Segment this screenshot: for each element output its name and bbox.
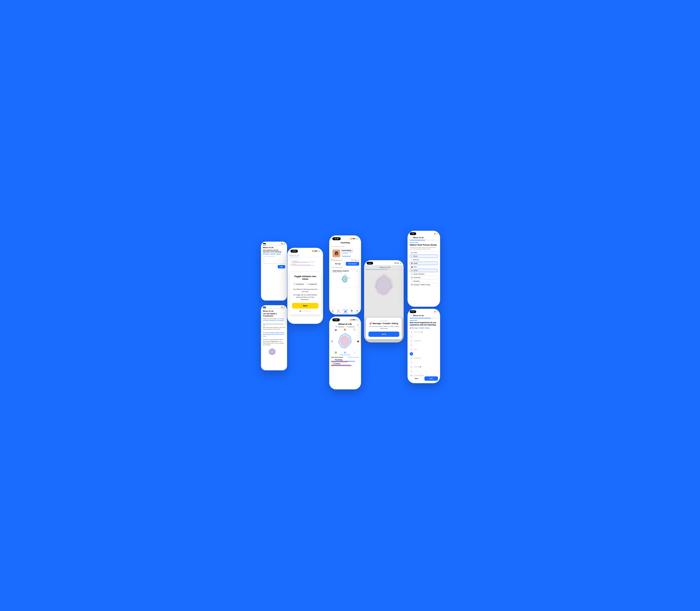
- phone6-radar: [366, 271, 402, 299]
- rp2-num-2[interactable]: 2 SOMEWHAT: [410, 339, 438, 343]
- nav-home[interactable]: 🏠Home: [331, 310, 334, 314]
- rp2-num-5[interactable]: 5: [410, 352, 438, 356]
- phone5-emojis-bottom: ✅🌐🧷: [331, 352, 359, 354]
- assessment-date: Last taken: 3/12/21: [332, 272, 349, 273]
- phone1-link[interactable]: Marriage / Cohabit / Dating: [263, 253, 285, 255]
- rp1-area-community[interactable]: 🌐Community: [410, 276, 438, 279]
- rp2-notch: 9:41: [410, 310, 416, 313]
- rp1-focus-tag: Focus Areas: [410, 242, 438, 243]
- rp2-subtitle: 💕 Marriage / Cohabit / Dating: [410, 327, 438, 329]
- rp1-area-money[interactable]: 💰Money: [410, 269, 438, 272]
- phone6-blurred-bg: ← Wheel of Life: [364, 265, 404, 318]
- phone2-status-icons: 📶 🔋: [281, 307, 285, 308]
- rp1-nav-title: Wheel of Life: [413, 237, 424, 239]
- phone3-desc2: The toggle lets you switch between seein…: [292, 294, 318, 301]
- legend-red: [306, 284, 309, 284]
- coach-info-icon[interactable]: ⓘ: [352, 250, 353, 251]
- rp2-num-6[interactable]: 6 MODERATE: [410, 356, 438, 360]
- phone3-bg-content: Wheel of Life Your Focus Areas 🧷 Parenti…: [287, 253, 323, 267]
- phone1-checkbox-2[interactable]: [263, 260, 265, 262]
- nav-community[interactable]: 👥Community: [343, 310, 348, 314]
- rp2-num-3[interactable]: 3: [410, 343, 438, 347]
- phone4-btn-row: Message Join session: [331, 262, 359, 266]
- got-it-button[interactable]: Got it: [369, 331, 399, 337]
- dot-4: [306, 311, 307, 312]
- phone1-radio-row-2: [263, 260, 285, 262]
- phone5-retake-button[interactable]: Retake assessment: [331, 354, 359, 356]
- dot-active: [300, 311, 301, 312]
- rp1-select-title: Select Your Focus Areas: [410, 243, 438, 246]
- rp1-select-desc: Choose up to 3 areas that are most impor…: [410, 247, 438, 250]
- rp2-back-arrow[interactable]: ←: [410, 314, 412, 317]
- rp2-num-1[interactable]: 1: [410, 334, 438, 339]
- phone4-join-button[interactable]: Join session: [346, 262, 359, 266]
- assessment-name: ADHD Mastery Snapshot: [332, 270, 349, 272]
- phone3-next-button[interactable]: Next: [292, 303, 318, 309]
- rp2-num-0[interactable]: 0 NOT AT ALL 😊: [410, 330, 438, 334]
- svg-text:Past: Past: [345, 273, 346, 274]
- nav-settings[interactable]: ⚙️Settings: [355, 310, 359, 314]
- rp1-area-selfcare[interactable]: ✓Self-Care: [410, 258, 438, 261]
- coach-name: Coach Noelle ⓘ: [341, 250, 358, 251]
- phone4-radar: Past Future: [332, 273, 358, 286]
- rp1-area-chores[interactable]: ✓Chores: [410, 255, 438, 258]
- phone6-notch: 9:41: [367, 262, 373, 265]
- phone2-body-text2: What areas of your life did you focus on…: [263, 323, 283, 326]
- phone4-assessment-card: ADHD Mastery Snapshot Last taken: 3/12/2…: [331, 269, 359, 288]
- rp2-num-9[interactable]: 9: [410, 369, 438, 373]
- rp2-num-8[interactable]: 8 SEVERE 😡: [410, 365, 438, 369]
- dot-2: [302, 311, 303, 312]
- expand-icon[interactable]: ⛶: [356, 270, 358, 272]
- phone5-focus-item-1: 1. 🧷 Parenting: [331, 359, 359, 362]
- rp1-back-arrow[interactable]: ←: [410, 236, 412, 239]
- phone4-status-icons: 📶 WiFi 🔋: [350, 238, 358, 240]
- rp2-question: How much impairment do you experience wi…: [410, 322, 438, 326]
- phone4-notch: 11:20: [332, 237, 341, 240]
- rp2-nav-row: ← Wheel of Life: [407, 314, 440, 318]
- rp2-num-7[interactable]: 7: [410, 360, 438, 365]
- rp1-area-social[interactable]: 👋Social | Strangers: [410, 272, 438, 275]
- phone1-next-button[interactable]: Next: [278, 265, 285, 268]
- rp1-area-parenting[interactable]: 🧷Parenting: [410, 280, 438, 283]
- phone1-slider[interactable]: [263, 263, 285, 264]
- phone2-impairment: Tended to, weak functioning in these are…: [263, 339, 284, 345]
- rp1-status-icons: 📶 🔋: [434, 233, 438, 235]
- legend-blue: [294, 284, 296, 284]
- nav-coaching[interactable]: 💬Coaching: [336, 310, 340, 314]
- phone5-legend: Importance Impairment: [331, 326, 359, 328]
- phone6-marriage-popup: ASSESSMENT 💕 Marriage / Cohabit / Dating…: [366, 318, 402, 339]
- phone5-close-button[interactable]: ✕: [357, 324, 359, 326]
- phone5-emojis-top: 🚗🎨✏️: [331, 328, 359, 331]
- phone5-change-button[interactable]: Change Focus Areas: [347, 357, 359, 358]
- rp2-nav-title: Wheel of Life: [413, 315, 424, 316]
- svg-marker-2: [269, 348, 275, 355]
- phone3-status-icons: 📶 WiFi 🔋: [312, 250, 320, 252]
- dot-3: [304, 311, 305, 312]
- rp2-status-bar: 9:41 📶 🔋: [407, 309, 440, 314]
- phone4-message-button[interactable]: Message: [331, 262, 345, 266]
- popup-title: 💕 Marriage / Cohabit / Dating: [369, 322, 399, 325]
- rp2-status-icons: 📶 🔋: [434, 311, 438, 312]
- phone2-notch: [263, 307, 266, 308]
- rp1-area-home[interactable]: 🏠Home: [410, 251, 438, 254]
- rp1-area-marriage[interactable]: 💕Marriage / Cohabit / Dating: [410, 283, 438, 286]
- phone4-session-details: 📅 Thursday, Nov. 3 ⏰ 5:00pm PT: [331, 259, 359, 261]
- rp1-area-health[interactable]: ❤️Health: [410, 262, 438, 265]
- rp2-num-4[interactable]: 4 MILD: [410, 347, 438, 352]
- nav-learn[interactable]: 📚Learn: [351, 310, 353, 314]
- coach-avatar: 👩🏾: [332, 250, 340, 257]
- rp1-status-bar: 9:41 📶 🔋: [407, 231, 440, 236]
- rp2-next-button[interactable]: Next: [425, 376, 438, 381]
- popup-desc: This Life Area is about marital, co-livi…: [369, 326, 399, 330]
- phone5-status-icons: 📶 WiFi 🔋: [350, 319, 358, 321]
- phone3-card-title: Toggle between two views: [292, 275, 318, 280]
- phone3-card: Toggle between two views Importance Impa…: [289, 272, 321, 314]
- phone2-app-title: Wheel of Life: [263, 310, 285, 312]
- rp2-content: Impairment How much impairment do you ex…: [407, 319, 440, 382]
- plan-badge: Essentials Plan: [341, 255, 351, 257]
- rp2-back-button[interactable]: Back: [410, 376, 423, 381]
- coach-subtitle: M. Ed Mental Health Counseling: [341, 251, 358, 254]
- phone1-checkbox-1[interactable]: [263, 258, 265, 260]
- phone5-radar-chart: 🏠 💼: [331, 331, 359, 351]
- rp1-area-work[interactable]: 💼Work: [410, 265, 438, 268]
